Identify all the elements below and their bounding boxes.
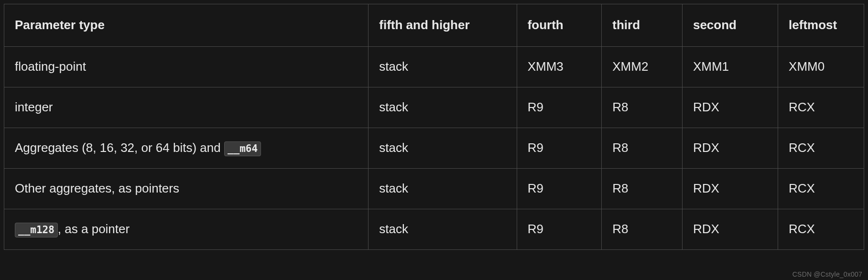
cell: RCX [778,169,864,209]
parameter-register-table: Parameter type fifth and higher fourth t… [4,4,864,250]
cell: stack [369,128,517,169]
cell: RCX [778,128,864,169]
col-header: fifth and higher [369,4,517,47]
param-type-cell: Other aggregates, as pointers [4,169,369,209]
col-header: leftmost [778,4,864,47]
col-header: Parameter type [4,4,369,47]
cell: stack [369,209,517,250]
col-header: second [682,4,778,47]
code-token: __m64 [224,141,261,156]
col-header: fourth [517,4,602,47]
cell: R8 [602,128,683,169]
cell: R8 [602,169,683,209]
cell: RCX [778,209,864,250]
table-row: floating-point stack XMM3 XMM2 XMM1 XMM0 [4,47,864,87]
cell: R8 [602,87,683,128]
cell: stack [369,47,517,87]
cell: R9 [517,87,602,128]
table-row: __m128, as a pointer stack R9 R8 RDX RCX [4,209,864,250]
cell: RDX [682,87,778,128]
cell: RDX [682,209,778,250]
cell: R9 [517,128,602,169]
table-header-row: Parameter type fifth and higher fourth t… [4,4,864,47]
cell: R9 [517,169,602,209]
cell: RDX [682,128,778,169]
cell: XMM0 [778,47,864,87]
table-row: Other aggregates, as pointers stack R9 R… [4,169,864,209]
table-row: Aggregates (8, 16, 32, or 64 bits) and _… [4,128,864,169]
cell: XMM3 [517,47,602,87]
cell: stack [369,87,517,128]
cell: stack [369,169,517,209]
cell: RCX [778,87,864,128]
cell: R9 [517,209,602,250]
code-token: __m128 [15,223,58,237]
cell: XMM1 [682,47,778,87]
table-row: integer stack R9 R8 RDX RCX [4,87,864,128]
watermark: CSDN @Cstyle_0x007 [792,270,862,278]
param-type-cell: floating-point [4,47,369,87]
param-type-cell: __m128, as a pointer [4,209,369,250]
cell: R8 [602,209,683,250]
cell: RDX [682,169,778,209]
param-type-cell: integer [4,87,369,128]
param-type-cell: Aggregates (8, 16, 32, or 64 bits) and _… [4,128,369,169]
cell: XMM2 [602,47,683,87]
col-header: third [602,4,683,47]
